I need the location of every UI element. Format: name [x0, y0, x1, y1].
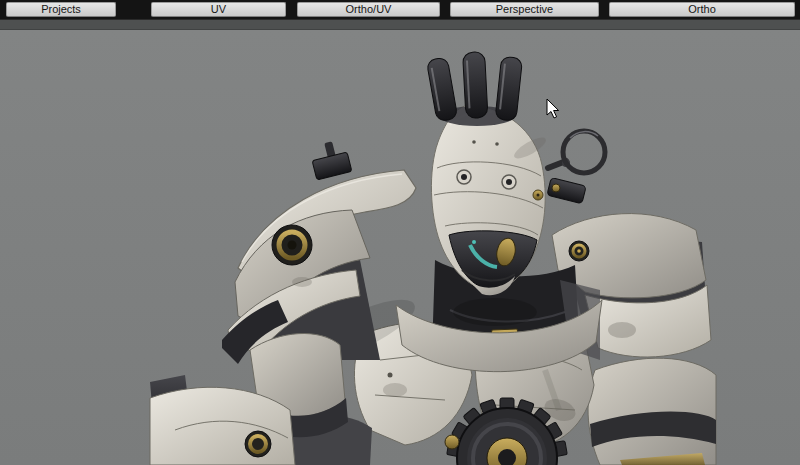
robot-ear-module [547, 178, 586, 204]
robot-head-pipes [426, 52, 522, 126]
robot-right-arm [588, 358, 716, 465]
robot-model [0, 30, 800, 465]
viewport-3d[interactable] [0, 30, 800, 465]
robot-ring-antenna [548, 131, 605, 173]
tab-uv[interactable]: UV [151, 2, 286, 17]
tab-projects[interactable]: Projects [6, 2, 116, 17]
app-window: Projects UV Ortho/UV Perspective Ortho [0, 0, 800, 465]
viewport-tab-bar: Projects UV Ortho/UV Perspective Ortho [0, 0, 800, 19]
mouse-cursor-icon [546, 98, 561, 120]
tab-ortho[interactable]: Ortho [609, 2, 795, 17]
toolbar-strip [0, 19, 800, 30]
tab-ortho-uv[interactable]: Ortho/UV [297, 2, 440, 17]
tab-perspective[interactable]: Perspective [450, 2, 599, 17]
